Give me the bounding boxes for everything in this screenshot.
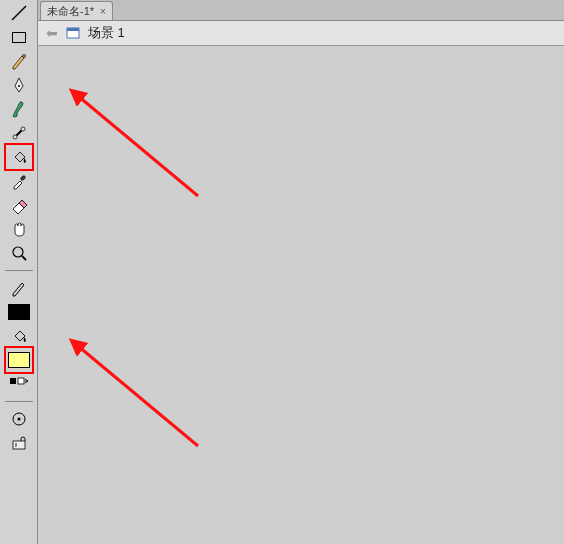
main-panel: 未命名-1* × ⬅ 场景 1 [38, 0, 564, 544]
svg-rect-10 [18, 378, 24, 384]
close-icon[interactable]: × [100, 6, 106, 17]
svg-point-12 [17, 418, 20, 421]
svg-point-7 [13, 247, 23, 257]
svg-line-18 [78, 346, 198, 446]
stage[interactable] [38, 46, 564, 544]
scene-label: 场景 1 [88, 24, 125, 42]
scene-bar: ⬅ 场景 1 [38, 21, 564, 46]
rectangle-tool[interactable] [7, 26, 31, 48]
zoom-tool[interactable] [7, 242, 31, 264]
svg-rect-14 [15, 443, 17, 447]
swap-colors-icon[interactable] [7, 373, 31, 395]
svg-line-8 [22, 256, 26, 260]
svg-point-4 [21, 127, 25, 131]
svg-rect-13 [13, 441, 25, 449]
snap-options-icon[interactable] [7, 408, 31, 430]
fill-color-swatch[interactable] [7, 349, 31, 371]
toolbox-separator-2 [5, 401, 33, 402]
lock-fill-icon[interactable] [7, 432, 31, 454]
svg-rect-1 [12, 33, 25, 43]
document-tab-title: 未命名-1* [47, 4, 94, 19]
back-arrow-icon[interactable]: ⬅ [46, 25, 58, 41]
bone-tool[interactable] [7, 122, 31, 144]
document-tabbar: 未命名-1* × [38, 0, 564, 21]
paint-bucket-tool[interactable] [7, 146, 31, 168]
eraser-tool[interactable] [7, 194, 31, 216]
hand-tool[interactable] [7, 218, 31, 240]
svg-line-0 [12, 6, 26, 20]
svg-rect-9 [10, 378, 16, 384]
eyedropper-tool[interactable] [7, 170, 31, 192]
stroke-color-swatch[interactable] [7, 301, 31, 323]
pen-tool[interactable] [7, 74, 31, 96]
app-root: 未命名-1* × ⬅ 场景 1 [0, 0, 564, 544]
svg-point-11 [13, 413, 25, 425]
annotation-arrow-2 [68, 336, 208, 456]
svg-point-2 [18, 85, 20, 87]
svg-rect-6 [19, 174, 26, 181]
toolbox [0, 0, 38, 544]
pencil-tool[interactable] [7, 50, 31, 72]
scene-icon [66, 26, 80, 40]
svg-point-3 [13, 135, 17, 139]
svg-line-17 [78, 96, 198, 196]
fill-color-bucket-icon [7, 325, 31, 347]
annotation-arrow-1 [68, 86, 208, 206]
stroke-color-pencil-icon [7, 277, 31, 299]
document-tab[interactable]: 未命名-1* × [40, 1, 113, 20]
brush-tool[interactable] [7, 98, 31, 120]
svg-rect-16 [67, 28, 79, 31]
svg-line-5 [16, 131, 21, 136]
toolbox-separator [5, 270, 33, 271]
line-tool[interactable] [7, 2, 31, 24]
